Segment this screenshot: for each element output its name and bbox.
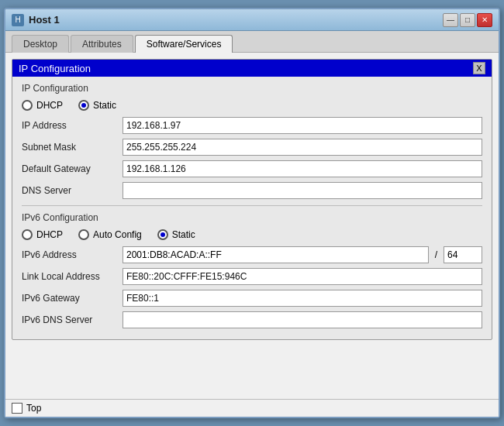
main-content: IP Configuration X IP Configuration DHCP…	[5, 53, 499, 399]
tab-attributes[interactable]: Attributes	[71, 35, 133, 53]
ipv6-auto-config-radio[interactable]	[78, 229, 89, 240]
ipv6-gateway-row: IPv6 Gateway	[22, 290, 482, 307]
ipv6-address-group: /	[123, 246, 482, 263]
maximize-button[interactable]: □	[460, 13, 475, 27]
ipv6-dhcp-radio[interactable]	[22, 229, 33, 240]
bottom-bar: Top	[5, 399, 499, 417]
link-local-address-row: Link Local Address	[22, 268, 482, 285]
ipv6-radio-group: DHCP Auto Config Static	[22, 229, 482, 240]
ipv6-dns-server-row: IPv6 DNS Server	[22, 311, 482, 328]
dialog-body: IP Configuration DHCP Static IP Address	[12, 77, 492, 339]
default-gateway-input[interactable]	[123, 160, 482, 177]
ipv6-dhcp-option[interactable]: DHCP	[22, 229, 63, 240]
ip-address-label: IP Address	[22, 120, 123, 131]
ipv6-address-row: IPv6 Address /	[22, 246, 482, 263]
ipv6-address-input[interactable]	[123, 246, 429, 263]
ip-configuration-dialog: IP Configuration X IP Configuration DHCP…	[12, 59, 492, 340]
ipv4-section-title: IP Configuration	[22, 83, 482, 94]
window-title: Host 1	[29, 14, 443, 26]
ipv6-gateway-label: IPv6 Gateway	[22, 293, 123, 304]
ipv6-gateway-input[interactable]	[123, 290, 482, 307]
dialog-title-bar: IP Configuration X	[12, 60, 492, 77]
ipv4-dhcp-option[interactable]: DHCP	[22, 100, 63, 111]
ipv4-dhcp-label: DHCP	[36, 100, 63, 111]
window-icon: H	[12, 14, 24, 26]
ipv6-static-label: Static	[172, 229, 195, 240]
default-gateway-label: Default Gateway	[22, 163, 123, 174]
title-bar: H Host 1 — □ ✕	[5, 9, 499, 31]
dns-server-label: DNS Server	[22, 185, 123, 196]
ipv6-dns-server-label: IPv6 DNS Server	[22, 314, 123, 325]
ipv6-static-option[interactable]: Static	[157, 229, 195, 240]
dialog-close-button[interactable]: X	[473, 62, 485, 74]
window-close-button[interactable]: ✕	[477, 13, 492, 27]
ip-address-input[interactable]	[123, 117, 482, 134]
link-local-address-input[interactable]	[123, 268, 482, 285]
ipv6-dns-server-input[interactable]	[123, 311, 482, 328]
section-divider	[22, 205, 482, 206]
ipv6-auto-config-option[interactable]: Auto Config	[78, 229, 142, 240]
ipv4-static-radio[interactable]	[78, 100, 89, 111]
dns-server-row: DNS Server	[22, 182, 482, 199]
window-controls: — □ ✕	[443, 13, 492, 27]
ipv4-dhcp-radio[interactable]	[22, 100, 33, 111]
tab-desktop[interactable]: Desktop	[12, 35, 69, 53]
ip-address-row: IP Address	[22, 117, 482, 134]
link-local-address-label: Link Local Address	[22, 271, 123, 282]
tab-bar: Desktop Attributes Software/Services	[5, 31, 499, 53]
ipv6-auto-config-label: Auto Config	[93, 229, 142, 240]
minimize-button[interactable]: —	[443, 13, 458, 27]
subnet-mask-label: Subnet Mask	[22, 142, 123, 153]
top-checkbox[interactable]	[12, 403, 22, 414]
ipv6-dhcp-label: DHCP	[36, 229, 63, 240]
ipv4-static-option[interactable]: Static	[78, 100, 116, 111]
top-checkbox-label: Top	[26, 403, 41, 414]
ipv4-static-label: Static	[93, 100, 116, 111]
ipv6-section-title: IPv6 Configuration	[22, 212, 482, 223]
default-gateway-row: Default Gateway	[22, 160, 482, 177]
subnet-mask-row: Subnet Mask	[22, 139, 482, 156]
main-window: H Host 1 — □ ✕ Desktop Attributes Softwa…	[4, 8, 500, 418]
dialog-title: IP Configuration	[19, 63, 91, 74]
tab-software-services[interactable]: Software/Services	[135, 35, 233, 53]
prefix-slash: /	[432, 249, 440, 260]
ipv4-radio-group: DHCP Static	[22, 100, 482, 111]
subnet-mask-input[interactable]	[123, 139, 482, 156]
ipv6-address-label: IPv6 Address	[22, 249, 123, 260]
ipv6-static-radio[interactable]	[157, 229, 168, 240]
dns-server-input[interactable]	[123, 182, 482, 199]
top-checkbox-item[interactable]: Top	[12, 403, 41, 414]
ipv6-prefix-input[interactable]	[444, 246, 482, 263]
